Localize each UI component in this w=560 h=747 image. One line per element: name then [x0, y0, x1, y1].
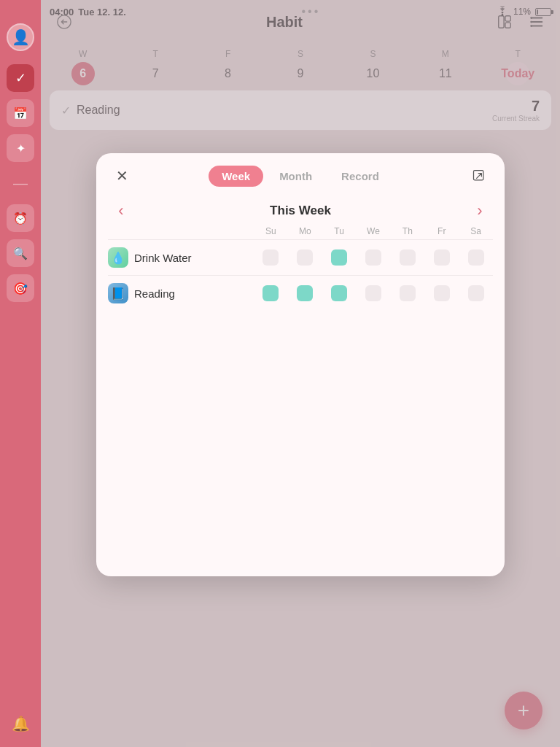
reading-info: 📘 Reading — [108, 283, 254, 303]
target-icon: 🎯 — [13, 282, 28, 295]
drink-water-days — [254, 249, 493, 266]
reading-name: Reading — [134, 287, 175, 300]
reading-day-3[interactable] — [357, 285, 391, 301]
prev-week-button[interactable]: ‹ — [111, 201, 131, 220]
water-day-2[interactable] — [322, 249, 357, 266]
sidebar-item-bell[interactable]: 🔔 — [12, 715, 30, 732]
reading-day-1[interactable] — [288, 285, 322, 301]
day-header-we: We — [357, 226, 391, 236]
day-header-fr: Fr — [424, 226, 459, 236]
modal-tabs: Week Month Record — [209, 166, 392, 187]
day-header-su: Su — [254, 226, 288, 236]
main-content: 04:00 Tue 12. 12. ••• 11% — [41, 0, 560, 747]
sidebar: 👤 ✓ 📅 ✦ — ⏰ 🔍 🎯 🔔 — [0, 0, 41, 747]
modal: ✕ Week Month Record — [96, 153, 505, 576]
sidebar-item-clock[interactable]: ⏰ — [7, 204, 34, 232]
day-header-th: Th — [390, 226, 424, 236]
sidebar-item-search[interactable]: 🔍 — [7, 239, 34, 267]
sidebar-item-home[interactable]: ✓ — [7, 64, 34, 92]
modal-close-button[interactable]: ✕ — [111, 165, 133, 187]
water-day-6[interactable] — [459, 249, 493, 266]
search-icon: 🔍 — [13, 247, 28, 260]
calendar-icon: 📅 — [13, 107, 28, 120]
grid-icon: ✦ — [16, 142, 26, 155]
water-day-3[interactable] — [357, 249, 391, 266]
external-link-icon[interactable] — [468, 165, 490, 187]
drink-water-icon: 💧 — [108, 247, 128, 268]
day-header-mo: Mo — [288, 226, 322, 236]
water-day-0[interactable] — [254, 249, 288, 266]
reading-day-2[interactable] — [322, 285, 357, 301]
drink-water-name: Drink Water — [134, 252, 192, 264]
sidebar-item-grid[interactable]: ✦ — [7, 134, 34, 162]
avatar[interactable]: 👤 — [7, 23, 34, 51]
modal-overlay: ✕ Week Month Record — [41, 0, 560, 747]
water-day-5[interactable] — [424, 249, 459, 266]
next-week-button[interactable]: › — [470, 201, 490, 220]
reading-icon: 📘 — [108, 283, 128, 303]
reading-day-4[interactable] — [390, 285, 424, 301]
bell-icon: 🔔 — [12, 716, 30, 732]
sidebar-item-divider: — — [7, 169, 34, 197]
week-grid: Su Mo Tu We Th Fr Sa 💧 Drink Water — [96, 226, 505, 311]
week-day-headers: Su Mo Tu We Th Fr Sa — [108, 226, 493, 236]
day-header-sa: Sa — [459, 226, 493, 236]
tab-record[interactable]: Record — [328, 166, 392, 187]
tab-week[interactable]: Week — [209, 166, 263, 187]
week-title: This Week — [270, 204, 331, 218]
day-header-tu: Tu — [322, 226, 357, 236]
tab-month[interactable]: Month — [266, 166, 325, 187]
reading-week-row: 📘 Reading — [108, 275, 493, 311]
clock-icon: ⏰ — [13, 212, 28, 225]
sidebar-item-target[interactable]: 🎯 — [7, 274, 34, 302]
reading-day-5[interactable] — [424, 285, 459, 301]
drink-water-info: 💧 Drink Water — [108, 247, 254, 268]
water-day-4[interactable] — [390, 249, 424, 266]
reading-days — [254, 285, 493, 301]
drink-water-week-row: 💧 Drink Water — [108, 239, 493, 275]
reading-day-0[interactable] — [254, 285, 288, 301]
sidebar-item-calendar[interactable]: 📅 — [7, 99, 34, 127]
check-icon: ✓ — [15, 70, 26, 86]
water-day-1[interactable] — [288, 249, 322, 266]
reading-day-6[interactable] — [459, 285, 493, 301]
week-navigation: ‹ This Week › — [96, 196, 505, 226]
modal-header: ✕ Week Month Record — [96, 153, 505, 196]
